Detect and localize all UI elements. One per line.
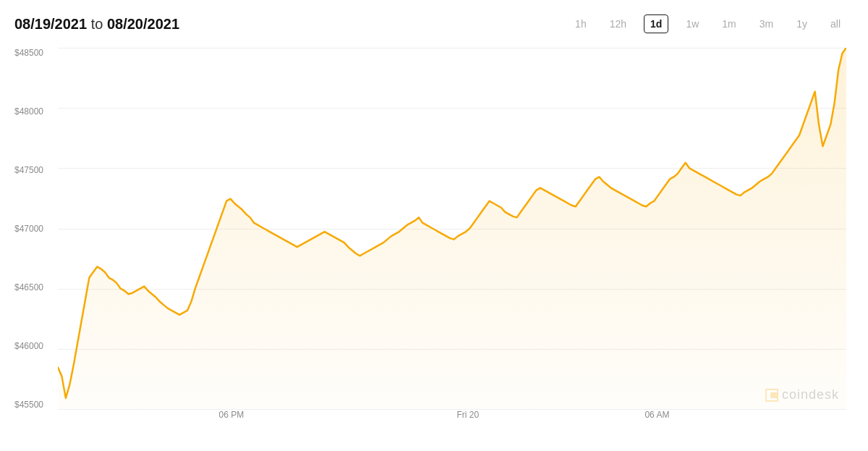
time-filter-1m[interactable]: 1m bbox=[716, 15, 741, 33]
date-from: 08/19/2021 bbox=[14, 16, 87, 32]
svg-rect-3 bbox=[767, 398, 777, 400]
svg-rect-2 bbox=[767, 390, 777, 392]
y-axis-label: $48500 bbox=[14, 48, 54, 58]
y-axis-label: $47500 bbox=[14, 165, 54, 175]
chart-inner bbox=[58, 48, 846, 410]
x-axis-label: 06 AM bbox=[644, 410, 669, 420]
date-range: 08/19/2021 to 08/20/2021 bbox=[14, 16, 179, 33]
x-axis-label: Fri 20 bbox=[456, 410, 479, 420]
chart-fill bbox=[58, 48, 846, 409]
x-axis: 06 PMFri 2006 AM bbox=[58, 410, 846, 431]
main-container: 08/19/2021 to 08/20/2021 1h12h1d1w1m3m1y… bbox=[0, 0, 868, 451]
time-filter-3m[interactable]: 3m bbox=[754, 15, 779, 33]
y-axis: $48500$48000$47500$47000$46500$46000$455… bbox=[14, 48, 54, 431]
time-filter-1h[interactable]: 1h bbox=[569, 15, 592, 33]
chart-area: $48500$48000$47500$47000$46500$46000$455… bbox=[14, 48, 846, 431]
time-filter-1w[interactable]: 1w bbox=[680, 15, 705, 33]
x-axis-label: 06 PM bbox=[218, 410, 244, 420]
y-axis-label: $45500 bbox=[14, 400, 54, 410]
watermark: coindesk bbox=[765, 387, 839, 402]
y-axis-label: $47000 bbox=[14, 224, 54, 234]
y-axis-label: $46000 bbox=[14, 341, 54, 351]
y-axis-label: $48000 bbox=[14, 106, 54, 117]
time-filter-all[interactable]: all bbox=[825, 15, 846, 33]
time-filter-1y[interactable]: 1y bbox=[791, 15, 813, 33]
time-filter-12h[interactable]: 12h bbox=[604, 15, 632, 33]
date-to: 08/20/2021 bbox=[107, 16, 179, 32]
coindesk-logo-icon bbox=[765, 389, 778, 402]
watermark-text: coindesk bbox=[782, 387, 839, 402]
date-separator: to bbox=[91, 16, 103, 32]
time-filters: 1h12h1d1w1m3m1yall bbox=[569, 14, 846, 33]
price-chart bbox=[58, 48, 846, 409]
chart-header: 08/19/2021 to 08/20/2021 1h12h1d1w1m3m1y… bbox=[14, 14, 846, 33]
y-axis-label: $46500 bbox=[14, 282, 54, 292]
time-filter-1d[interactable]: 1d bbox=[644, 14, 668, 33]
